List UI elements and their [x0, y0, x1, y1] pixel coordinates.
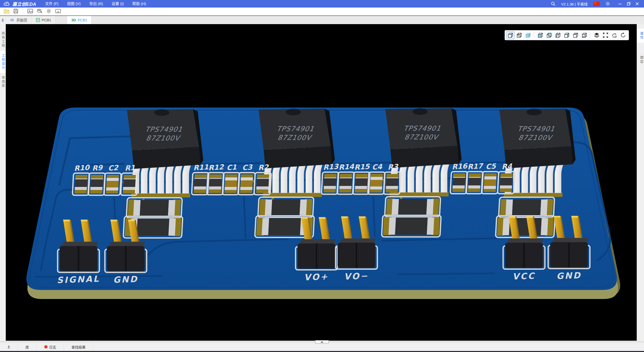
- tab-开始页[interactable]: 开始页: [6, 16, 32, 24]
- chip-pad: [545, 192, 554, 197]
- silkscreen-label: R1: [125, 164, 135, 173]
- silkscreen-label: R9: [92, 163, 103, 172]
- silkscreen-label: R3: [388, 162, 399, 171]
- large-smd-component: [126, 198, 182, 218]
- chip-pad: [271, 192, 280, 197]
- log-status-dot: [44, 345, 48, 348]
- view-top-button[interactable]: [572, 31, 580, 39]
- chip-marking-line2: 87Z100V: [518, 134, 554, 141]
- view-right-button[interactable]: [563, 31, 571, 39]
- chip-pad: [288, 192, 297, 197]
- chip-pad: [406, 192, 415, 196]
- pcb-3d-scene[interactable]: TPS7490187Z100VTPS7490187Z100VTPS7490187…: [6, 24, 637, 341]
- view-flip-icon: [611, 32, 617, 38]
- tab-label: 开始页: [16, 17, 27, 23]
- chip-pad: [279, 192, 289, 197]
- tab-3d-PCB1[interactable]: 3DPCB1: [67, 16, 91, 24]
- tab-label: PCB1: [78, 18, 87, 22]
- silkscreen-label: R14: [339, 162, 354, 172]
- document-tabbar: 开始页PCB13DPCB1: [0, 16, 644, 24]
- sidebar-item-2[interactable]: 常用库: [0, 73, 6, 91]
- export-image-button[interactable]: [26, 8, 34, 15]
- view-back-button[interactable]: [545, 31, 553, 39]
- view-shaded-button[interactable]: [524, 31, 532, 39]
- open-project-button[interactable]: [3, 8, 11, 15]
- close-button[interactable]: [633, 0, 641, 8]
- panel-resize-strip[interactable]: [0, 341, 644, 343]
- panel-tab-1[interactable]: 图层: [637, 53, 644, 67]
- menu-4[interactable]: 帮助 (H): [128, 0, 150, 8]
- chip-notch: [527, 109, 542, 115]
- silkscreen-label: R17: [467, 162, 484, 171]
- view-front-icon: [537, 32, 543, 38]
- language-flag-icon[interactable]: [593, 2, 600, 6]
- silkscreen-label: R16: [452, 162, 468, 171]
- sidebar-item-1[interactable]: 工程设计: [0, 51, 6, 73]
- export-3d-file-button[interactable]: [35, 8, 44, 15]
- silkscreen-label: R4: [502, 162, 512, 171]
- view-front-button[interactable]: [536, 31, 544, 39]
- connector-label: GND: [113, 274, 138, 285]
- large-smd-component: [499, 197, 554, 217]
- connector-label: GND: [556, 270, 582, 281]
- view-bottom-button[interactable]: [580, 31, 588, 39]
- view-wireframe-button[interactable]: [515, 31, 523, 39]
- titlebar-right: V2.1.36 | 半离线: [551, 0, 644, 8]
- menu-2[interactable]: 导出 (R): [85, 0, 107, 8]
- tabbar-pin-cell: [0, 16, 6, 24]
- save-button[interactable]: [12, 8, 20, 15]
- pcb-tab-icon: [36, 18, 40, 22]
- menu-3[interactable]: 设置 (I): [107, 0, 128, 8]
- export-3d-file-icon: [36, 8, 43, 15]
- view-toolbar-separator: [590, 32, 591, 38]
- panel-expand-handle[interactable]: [315, 340, 329, 343]
- statusbar-tab-2[interactable]: 查找结果: [64, 343, 93, 351]
- main-toolbar: [0, 8, 644, 16]
- view-top-icon: [573, 32, 579, 38]
- sidebar-item-0[interactable]: 所有工程: [0, 29, 6, 51]
- view-solid-button[interactable]: [506, 31, 514, 39]
- 3d-viewport: TPS7490187Z100VTPS7490187Z100VTPS7490187…: [6, 24, 637, 341]
- tab-PCB1[interactable]: PCB1: [32, 16, 56, 24]
- chip-pad: [181, 193, 190, 197]
- zoom-fit-button[interactable]: [601, 31, 610, 39]
- pin-icon[interactable]: [7, 345, 11, 349]
- statusbar: 库日志查找结果: [0, 343, 644, 351]
- minimize-button[interactable]: [616, 0, 624, 8]
- silkscreen-label: R10: [74, 163, 90, 173]
- chip-pad: [423, 192, 432, 196]
- toolbar-separator: [23, 9, 23, 14]
- chip-marking-line1: TPS74901: [145, 125, 183, 133]
- chip-pad: [140, 193, 149, 197]
- silkscreen-label: C2: [108, 164, 119, 173]
- silkscreen-label: C5: [486, 162, 496, 171]
- chip-notch: [413, 108, 428, 115]
- view-rotate-reset-button[interactable]: [619, 31, 627, 39]
- panel-tab-0[interactable]: 属性: [637, 29, 644, 43]
- view-flip-button[interactable]: [610, 31, 618, 39]
- search-icon[interactable]: [551, 1, 556, 6]
- view-orientation-toolbar: [505, 30, 629, 40]
- settings-gear-icon[interactable]: [605, 1, 610, 6]
- toggle-bottom-panel-button[interactable]: [54, 8, 62, 15]
- view-left-button[interactable]: [554, 31, 562, 39]
- silkscreen-label: C4: [372, 163, 382, 172]
- tab-label: PCB1: [42, 18, 51, 22]
- view-layers-button[interactable]: [593, 31, 601, 39]
- settings-button[interactable]: [45, 8, 53, 15]
- maximize-button[interactable]: [624, 0, 633, 8]
- chip-pad: [173, 193, 182, 197]
- chip-pad: [529, 192, 538, 197]
- pin-icon[interactable]: [1, 18, 5, 22]
- statusbar-tab-0[interactable]: 库: [18, 343, 37, 351]
- statusbar-tab-1[interactable]: 日志: [36, 343, 64, 351]
- app-logo: 嘉立创EDA: [0, 1, 41, 7]
- chip-pad: [313, 192, 322, 197]
- menu-1[interactable]: 视图 (V): [63, 0, 85, 8]
- save-icon: [13, 8, 19, 15]
- menu-0[interactable]: 文件 (F): [41, 0, 63, 8]
- large-smd-component: [496, 216, 555, 237]
- statusbar-tab-label: 查找结果: [71, 344, 86, 349]
- app-logo-text: 嘉立创EDA: [12, 1, 36, 7]
- statusbar-pin-cell: [0, 343, 18, 351]
